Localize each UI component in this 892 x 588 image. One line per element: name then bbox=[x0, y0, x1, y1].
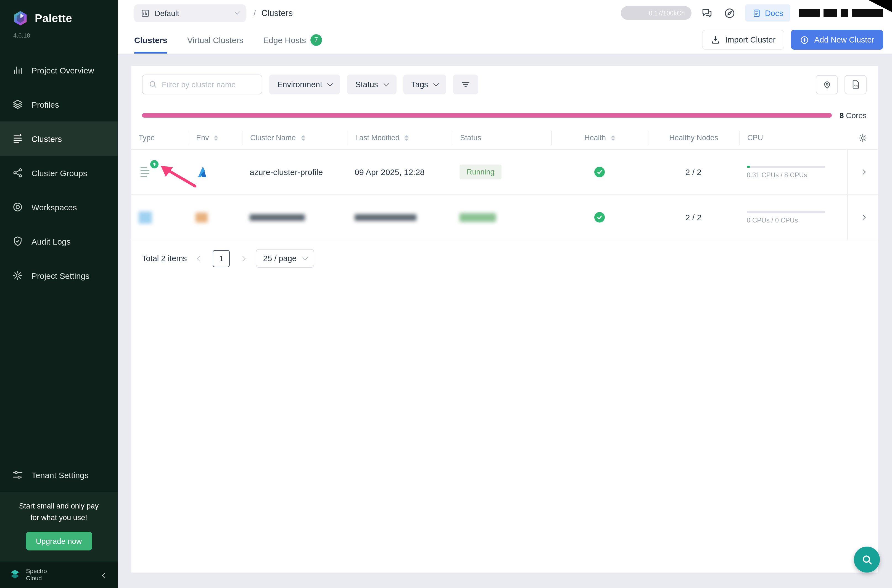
network-icon bbox=[12, 167, 23, 178]
column-status: Status bbox=[452, 130, 551, 145]
tags-filter-label: Tags bbox=[411, 80, 428, 89]
advanced-filter-button[interactable] bbox=[453, 75, 478, 94]
sort-icon[interactable] bbox=[301, 135, 305, 141]
sidebar: Palette 4.6.18 Project Overview Profiles bbox=[0, 0, 118, 588]
tab-edge-hosts[interactable]: Edge Hosts 7 bbox=[263, 26, 322, 54]
cores-usage-bar bbox=[142, 113, 832, 118]
chevron-down-icon bbox=[302, 255, 308, 260]
column-last-modified[interactable]: Last Modified bbox=[347, 130, 452, 145]
tab-label: Edge Hosts bbox=[263, 35, 306, 45]
sort-icon[interactable] bbox=[611, 135, 615, 141]
promo-line-1: Start small and only pay bbox=[8, 501, 110, 512]
sort-icon[interactable] bbox=[214, 135, 218, 141]
tab-label: Clusters bbox=[134, 35, 167, 45]
table-settings-button[interactable] bbox=[847, 130, 878, 145]
table-row[interactable]: azure-cluster-profile 09 Apr 2025, 12:28… bbox=[131, 150, 878, 195]
sidebar-item-label: Workspaces bbox=[32, 202, 77, 212]
tab-virtual-clusters[interactable]: Virtual Clusters bbox=[187, 26, 243, 54]
column-health[interactable]: Health bbox=[551, 130, 648, 145]
sidebar-collapse-icon[interactable] bbox=[101, 568, 109, 582]
table-row[interactable]: 2 / 2 0 CPUs / 0 CPUs bbox=[131, 195, 878, 240]
docs-button[interactable]: Docs bbox=[745, 4, 790, 21]
row-expand-button[interactable] bbox=[847, 150, 878, 194]
imported-up-arrow-badge bbox=[150, 160, 159, 168]
redacted-user-info bbox=[799, 9, 883, 17]
compass-icon bbox=[724, 7, 736, 19]
cpu-usage-text: 0 CPUs / 0 CPUs bbox=[747, 216, 798, 224]
cell-cpu: 0.31 CPUs / 8 CPUs bbox=[739, 165, 847, 178]
column-cpu: CPU bbox=[739, 130, 847, 145]
cell-status bbox=[452, 213, 551, 222]
edge-hosts-count-badge: 7 bbox=[311, 34, 322, 45]
column-cluster-name[interactable]: Cluster Name bbox=[242, 130, 347, 145]
tags-filter-dropdown[interactable]: Tags bbox=[403, 75, 446, 94]
sidebar-item-workspaces[interactable]: Workspaces bbox=[0, 190, 118, 224]
sidebar-item-profiles[interactable]: Profiles bbox=[0, 87, 118, 122]
cpu-usage-bar bbox=[747, 165, 825, 168]
cores-usage-row: 8 Cores bbox=[131, 98, 878, 126]
page-size-select[interactable]: 25 / page bbox=[256, 249, 314, 268]
tab-clusters[interactable]: Clusters bbox=[134, 26, 167, 54]
chevron-down-icon bbox=[383, 81, 389, 86]
cluster-actions: Import Cluster Add New Cluster bbox=[702, 30, 883, 50]
upgrade-now-button[interactable]: Upgrade now bbox=[26, 532, 92, 550]
cluster-profile-type-icon bbox=[139, 164, 155, 180]
sidebar-item-tenant-settings[interactable]: Tenant Settings bbox=[0, 458, 118, 492]
project-scope-icon bbox=[141, 9, 150, 17]
environment-filter-dropdown[interactable]: Environment bbox=[269, 75, 341, 94]
tab-label: Virtual Clusters bbox=[187, 35, 243, 45]
map-pin-icon bbox=[822, 80, 832, 89]
cell-health bbox=[551, 167, 648, 177]
sidebar-item-clusters[interactable]: Clusters bbox=[0, 122, 118, 156]
sidebar-nav: Project Overview Profiles Clusters Clust… bbox=[0, 53, 118, 292]
cell-cluster-name bbox=[242, 214, 347, 220]
project-selector[interactable]: Default bbox=[134, 4, 246, 22]
sidebar-item-audit-logs[interactable]: Audit Logs bbox=[0, 224, 118, 258]
header-right: 0.17/100kCh Docs bbox=[621, 4, 883, 21]
pagination-page-1[interactable]: 1 bbox=[213, 250, 230, 267]
gear-icon bbox=[12, 270, 23, 281]
sidebar-item-project-settings[interactable]: Project Settings bbox=[0, 258, 118, 292]
redacted-block bbox=[841, 9, 848, 17]
search-icon bbox=[861, 554, 873, 566]
cores-unit: Cores bbox=[846, 111, 866, 120]
redacted-block bbox=[852, 9, 883, 17]
column-env[interactable]: Env bbox=[188, 130, 242, 145]
sidebar-item-cluster-groups[interactable]: Cluster Groups bbox=[0, 156, 118, 190]
add-new-cluster-button[interactable]: Add New Cluster bbox=[791, 30, 883, 50]
cluster-search bbox=[142, 75, 262, 94]
import-cluster-label: Import Cluster bbox=[725, 35, 775, 44]
pagination-prev-button[interactable] bbox=[196, 254, 204, 262]
sidebar-item-label: Clusters bbox=[32, 134, 62, 143]
help-button[interactable] bbox=[722, 6, 737, 20]
sidebar-item-project-overview[interactable]: Project Overview bbox=[0, 53, 118, 87]
sidebar-item-label: Audit Logs bbox=[32, 237, 71, 246]
resource-search-fab[interactable] bbox=[854, 547, 880, 573]
cell-healthy-nodes: 2 / 2 bbox=[648, 167, 739, 177]
document-icon bbox=[752, 9, 761, 17]
row-expand-button[interactable] bbox=[847, 195, 878, 240]
redacted-last-modified bbox=[354, 214, 416, 220]
cluster-name[interactable]: azure-cluster-profile bbox=[250, 167, 323, 177]
palette-logo-icon bbox=[12, 10, 29, 27]
pagination-total: Total 2 items bbox=[142, 254, 187, 263]
gear-icon bbox=[857, 133, 867, 143]
status-filter-dropdown[interactable]: Status bbox=[347, 75, 396, 94]
export-csv-button[interactable]: CSV bbox=[844, 75, 866, 94]
promo-text: Start small and only pay for what you us… bbox=[8, 501, 110, 524]
svg-text:CSV: CSV bbox=[854, 85, 859, 87]
target-icon bbox=[12, 201, 23, 213]
main-area: Default / Clusters 0.17/100kCh bbox=[118, 0, 892, 588]
import-cluster-button[interactable]: Import Cluster bbox=[702, 30, 784, 50]
docs-label: Docs bbox=[765, 9, 783, 17]
pagination: Total 2 items 1 25 / page bbox=[131, 240, 878, 277]
sliders-icon bbox=[12, 469, 23, 480]
cluster-filter-input[interactable] bbox=[162, 80, 256, 89]
chat-icon bbox=[701, 7, 713, 19]
map-view-button[interactable] bbox=[816, 75, 838, 94]
pagination-next-button[interactable] bbox=[239, 254, 247, 262]
sort-icon[interactable] bbox=[405, 135, 409, 141]
cluster-list-icon bbox=[12, 133, 23, 144]
chat-button[interactable] bbox=[700, 6, 714, 20]
cell-last-modified: 09 Apr 2025, 12:28 bbox=[347, 167, 452, 177]
